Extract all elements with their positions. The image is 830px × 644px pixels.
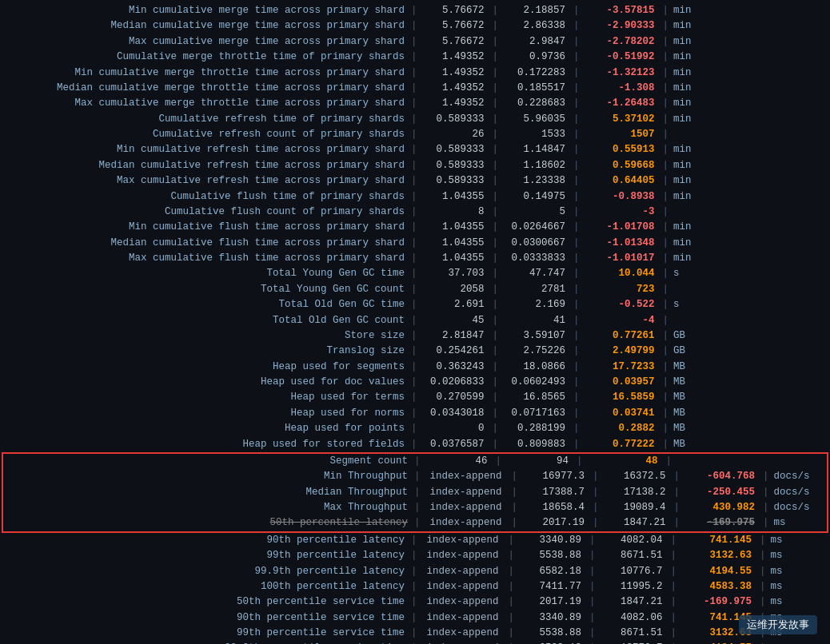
pipe-separator: | [491,266,501,281]
row-operation: index-append [419,564,507,579]
row-diff: 430.982 [681,500,761,515]
row-diff: -0.522 [581,297,661,312]
pipe-separator: | [572,297,581,312]
table-row: Min cumulative flush time across primary… [0,220,830,235]
row-value1: 0.589333 [419,173,491,189]
row-value1: 1.04355 [419,189,491,205]
pipe-separator: | [758,548,768,563]
row-unit: min [670,142,718,157]
row-value2: 18.0866 [500,360,572,375]
row-diff: -4 [581,313,661,328]
pipe-separator: | [572,266,581,281]
row-unit: ms [768,564,816,579]
row-diff: 723 [581,282,661,297]
row-unit: min [670,189,718,205]
pipe-separator: | [572,251,581,266]
row-value2: 11995.2 [597,579,669,594]
table-row: 99th percentile service time | index-app… [0,626,830,641]
pipe-separator: | [572,236,581,251]
highlighted-section: Segment count | 46 | 94 | 48 | Min Throu… [2,452,828,533]
row-label: Min cumulative merge time across primary… [2,3,409,18]
row-value1: 5538.88 [516,626,588,641]
pipe-separator: | [572,34,581,50]
row-label: Total Young Gen GC time [2,266,409,281]
pipe-separator: | [669,548,679,563]
table-row: Heap used for terms | 0.270599 | 16.8565… [0,390,830,405]
pipe-separator: | [409,297,419,312]
row-unit: MB [670,360,718,375]
pipe-separator: | [588,548,597,563]
pipe-separator: | [409,158,419,173]
pipe-separator: | [661,437,671,452]
table-row: Cumulative refresh count of primary shar… [0,127,830,142]
pipe-separator: | [409,344,419,359]
row-value1: 37.703 [419,266,491,281]
pipe-separator: | [491,375,501,390]
row-value2: 0.0717163 [500,406,572,421]
pipe-separator: | [572,421,581,436]
row-unit: min [670,3,718,18]
row-value1: 1.04355 [419,236,491,251]
row-value2: 5 [500,205,572,220]
table-row: Heap used for stored fields | 0.0376587 … [0,437,830,452]
row-value1: 3340.89 [516,533,588,548]
row-value2: 47.747 [500,266,572,281]
row-diff: 5.37102 [581,112,661,127]
pipe-separator: | [409,360,419,375]
pipe-separator: | [661,18,671,34]
row-diff: 3132.63 [678,626,758,641]
row-diff: 1507 [581,127,661,142]
pipe-separator: | [491,158,501,173]
pipe-separator: | [661,127,671,142]
pipe-separator: | [572,328,581,344]
table-row: Heap used for doc values | 0.0206833 | 0… [0,375,830,390]
pipe-separator: | [572,313,581,328]
table-row: Median Throughput | index-append | 17388… [3,485,827,500]
row-label: Max cumulative flush time across primary… [2,251,409,266]
pipe-separator: | [761,515,771,531]
pipe-separator: | [661,421,671,436]
pipe-separator: | [661,236,671,251]
row-label: 99th percentile service time [2,626,409,641]
row-diff: 0.59668 [581,158,661,173]
pipe-separator: | [409,406,419,421]
row-value1: 0.589333 [419,112,491,127]
pipe-separator: | [409,34,419,50]
pipe-separator: | [669,533,679,548]
row-value2: 0.0333833 [500,251,572,266]
pipe-separator: | [761,500,771,515]
table-row: 90th percentile service time | index-app… [0,610,830,626]
metrics-table: Min cumulative merge time across primary… [0,0,830,644]
pipe-separator: | [669,594,679,610]
row-diff: 16.5859 [581,390,661,405]
row-unit: min [670,81,718,96]
pipe-separator: | [491,297,501,312]
pipe-separator: | [491,66,501,81]
row-value1: 1.04355 [419,251,491,266]
row-value2: 10776.7 [597,564,669,579]
pipe-separator: | [409,328,419,344]
row-unit: GB [670,328,718,344]
row-label: 50th percentile service time [2,594,409,610]
row-unit: ms [768,594,816,610]
row-diff: 3132.63 [678,548,758,563]
pipe-separator: | [491,142,501,157]
pipe-separator: | [661,173,671,189]
table-row: Cumulative flush time of primary shards … [0,189,830,205]
pipe-separator: | [572,282,581,297]
row-value1: 26 [419,127,491,142]
pipe-separator: | [672,500,682,515]
pipe-separator: | [507,579,517,594]
row-operation: index-append [419,626,507,641]
table-row: Heap used for segments | 0.363243 | 18.0… [0,360,830,375]
row-operation: index-append [422,485,510,500]
row-label: Min cumulative flush time across primary… [2,220,409,235]
row-value1: 3340.89 [516,610,588,626]
row-value1: 5538.88 [516,548,588,563]
row-value1: 1.49352 [419,96,491,111]
pipe-separator: | [672,515,682,531]
row-value2: 0.14975 [500,189,572,205]
row-value2: 0.288199 [500,421,572,436]
row-unit: min [670,220,718,235]
pipe-separator: | [494,454,504,469]
